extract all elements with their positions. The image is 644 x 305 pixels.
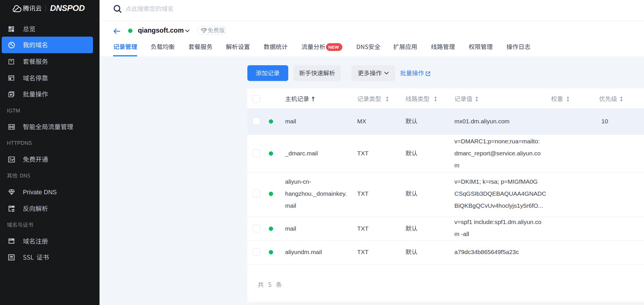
svg-text:D: D — [202, 29, 205, 33]
